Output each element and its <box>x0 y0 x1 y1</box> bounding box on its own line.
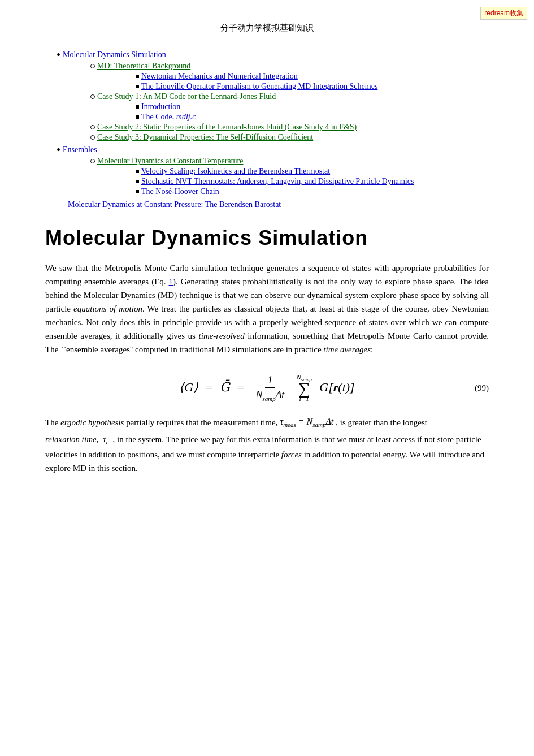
toc-link-nose-hoover[interactable]: The Nosé-Hoover Chain <box>141 187 219 196</box>
ergodic-suffix-text: , is greater than the longest <box>336 416 427 429</box>
toc-item-case2: Case Study 2: Static Properties of the L… <box>79 123 489 132</box>
bullet-circle-2 <box>90 94 95 99</box>
page-title: 分子动力学模拟基础知识 <box>45 23 489 33</box>
bullet-square-3 <box>136 105 139 109</box>
toc-item-liouville: The Liouville Operator Formalism to Gene… <box>136 82 489 91</box>
table-of-contents: • Molecular Dynamics Simulation MD: Theo… <box>45 50 489 209</box>
bullet-square-2 <box>136 85 139 88</box>
bullet-circle-4 <box>90 135 95 140</box>
toc-link-stochastic[interactable]: Stochastic NVT Thermostats: Andersen, La… <box>141 177 414 186</box>
toc-item-case1: Case Study 1: An MD Code for the Lennard… <box>79 92 489 101</box>
watermark-badge: redream收集 <box>480 7 527 20</box>
toc-item-const-temp: Molecular Dynamics at Constant Temperatu… <box>79 157 489 166</box>
bullet-circle-3 <box>90 125 95 129</box>
toc-link-liouville[interactable]: The Liouville Operator Formalism to Gene… <box>141 82 377 91</box>
toc-link-introduction[interactable]: Introduction <box>141 102 180 111</box>
toc-link-ensembles[interactable]: Ensembles <box>63 145 97 154</box>
equation-formula: ⟨G⟩ = Ḡ = 1 NsampΔt Nsamp ∑ i=1 G[r(t)] <box>179 373 354 403</box>
bullet-square-7 <box>136 190 139 193</box>
toc-item-stochastic: Stochastic NVT Thermostats: Andersen, La… <box>136 177 489 186</box>
bullet-circle-1 <box>90 64 95 68</box>
relaxation-line: relaxation time, τr , in the system. The… <box>45 433 489 475</box>
toc-item-ensembles: • Ensembles <box>45 145 489 155</box>
toc-item-mds: • Molecular Dynamics Simulation <box>45 50 489 61</box>
body-paragraph-1: We saw that the Metropolis Monte Carlo s… <box>45 261 489 356</box>
toc-item-newtonian: Newtonian Mechanics and Numerical Integr… <box>136 72 489 81</box>
toc-link-newtonian[interactable]: Newtonian Mechanics and Numerical Integr… <box>141 72 298 81</box>
tau-r-formula: τr <box>103 433 108 448</box>
toc-link-velocity-scaling[interactable]: Velocity Scaling: Isokinetics and the Be… <box>141 167 330 176</box>
section-title: Molecular Dynamics Simulation <box>45 226 489 250</box>
toc-item-nose-hoover: The Nosé-Hoover Chain <box>136 187 489 196</box>
bullet-square-4 <box>136 115 139 119</box>
bullet-disc-2: • <box>57 144 60 155</box>
toc-link-mds[interactable]: Molecular Dynamics Simulation <box>63 50 166 59</box>
relaxation-comma: , <box>97 435 99 444</box>
relaxation-body-text: , in the system. The price we pay for th… <box>45 435 484 473</box>
tau-measurement-formula: τmeas = NsampΔt <box>280 414 333 430</box>
toc-item-case3: Case Study 3: Dynamical Properties: The … <box>79 133 489 142</box>
toc-item-code: The Code, mdlj.c <box>136 113 489 122</box>
toc-item-velocity-scaling: Velocity Scaling: Isokinetics and the Be… <box>136 167 489 176</box>
page: redream收集 分子动力学模拟基础知识 • Molecular Dynami… <box>0 0 534 756</box>
relaxation-italic-text: relaxation time <box>45 435 97 444</box>
ergodic-paragraph: The ergodic hypothesis partially require… <box>45 414 489 474</box>
toc-item-theoretical: MD: Theoretical Background <box>79 62 489 71</box>
toc-link-theoretical[interactable]: MD: Theoretical Background <box>97 62 190 71</box>
bullet-disc-1: • <box>57 49 60 61</box>
toc-item-introduction: Introduction <box>136 102 489 111</box>
toc-link-case1[interactable]: Case Study 1: An MD Code for the Lennard… <box>97 92 276 101</box>
toc-link-case2[interactable]: Case Study 2: Static Properties of the L… <box>97 123 357 132</box>
toc-link-barostat[interactable]: Molecular Dynamics at Constant Pressure:… <box>68 200 281 209</box>
ergodic-prefix-text: The ergodic hypothesis partially require… <box>45 416 277 429</box>
bullet-circle-5 <box>90 159 95 163</box>
equation-number: (99) <box>475 383 489 393</box>
toc-link-case3[interactable]: Case Study 3: Dynamical Properties: The … <box>97 133 313 142</box>
eq-link-1[interactable]: 1 <box>169 277 173 286</box>
toc-link-code-prefix[interactable]: The Code, mdlj.c <box>141 113 196 121</box>
bullet-square-5 <box>136 170 139 173</box>
equation-block-99: ⟨G⟩ = Ḡ = 1 NsampΔt Nsamp ∑ i=1 G[r(t)]… <box>45 373 489 403</box>
bullet-square-1 <box>136 75 139 78</box>
toc-link-const-temp[interactable]: Molecular Dynamics at Constant Temperatu… <box>97 157 243 166</box>
toc-item-barostat: Molecular Dynamics at Constant Pressure:… <box>45 200 489 209</box>
bullet-square-6 <box>136 180 139 183</box>
